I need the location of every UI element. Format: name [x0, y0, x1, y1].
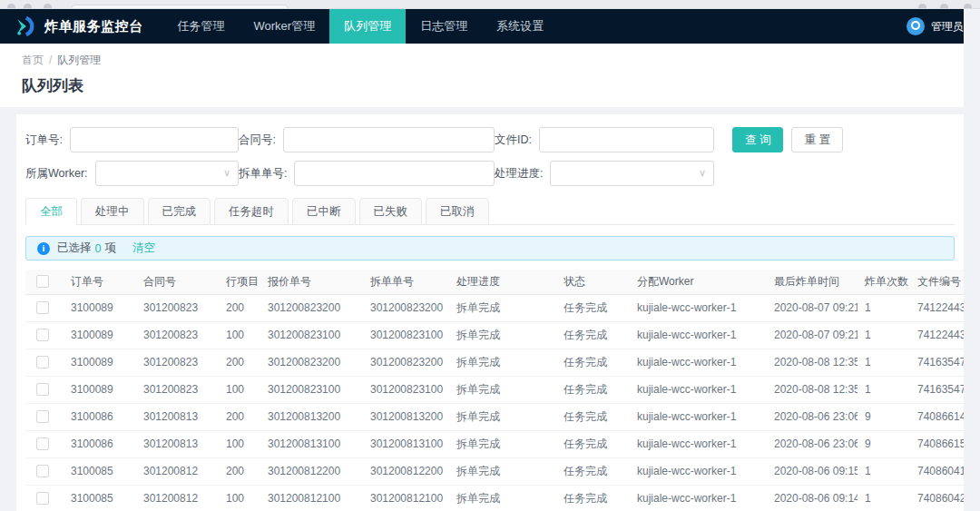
cell-处理进度: 拆单完成: [449, 321, 556, 349]
tab-0[interactable]: 全部: [25, 198, 77, 225]
cell-订单号: 3100089: [64, 349, 136, 376]
row-checkbox[interactable]: [36, 356, 49, 369]
browser-chrome-strip: [0, 0, 980, 9]
cell-订单号: 3100085: [64, 457, 136, 485]
split-order-no-input[interactable]: [294, 161, 495, 186]
cell-状态: 任务完成: [556, 321, 630, 349]
worker-select[interactable]: [95, 161, 239, 186]
cell-文件编号: 7408661496835604: [910, 403, 964, 430]
app-title: 炸单服务监控台: [44, 18, 143, 35]
table-row: 3100085301200812100301200812100301200812…: [25, 485, 964, 511]
cell-分配Worker: kujiale-wcc-worker-1: [630, 349, 767, 376]
cell-拆单单号: 301200813100: [363, 430, 449, 457]
cell-炸单次数: 1: [858, 485, 910, 511]
tab-3[interactable]: 任务超时: [214, 198, 289, 225]
selection-count: 0: [95, 242, 102, 255]
table-header-row: 订单号合同号行项目报价单号拆单单号处理进度状态分配Worker最后炸单时间炸单次…: [25, 270, 964, 294]
row-checkbox[interactable]: [36, 492, 49, 505]
user-name[interactable]: 管理员: [931, 19, 964, 34]
row-checkbox[interactable]: [36, 329, 49, 341]
cell-文件编号: 7408604206669496: [910, 485, 964, 511]
nav-item-2[interactable]: 队列管理: [329, 9, 406, 44]
select-all-checkbox[interactable]: [36, 275, 49, 288]
cell-状态: 任务完成: [556, 430, 630, 457]
cell-订单号: 3100086: [64, 430, 136, 457]
cell-报价单号: 301200823100: [260, 321, 363, 349]
progress-select[interactable]: [550, 161, 714, 186]
table-row: 3100089301200823100301200823100301200823…: [25, 321, 964, 349]
file-id-label: 文件ID:: [495, 133, 532, 148]
cell-状态: 任务完成: [556, 294, 630, 321]
cell-处理进度: 拆单完成: [449, 403, 556, 430]
row-checkbox[interactable]: [36, 465, 49, 477]
cell-订单号: 3100085: [64, 485, 136, 511]
brand: 炸单服务监控台: [15, 9, 143, 44]
column-header-4: 拆单单号: [363, 270, 449, 294]
tab-1[interactable]: 处理中: [81, 198, 144, 225]
table-row: 3100089301200823200301200823200301200823…: [25, 349, 964, 376]
cell-炸单次数: 1: [858, 376, 910, 403]
cell-状态: 任务完成: [556, 376, 630, 403]
browser-forward-icon[interactable]: [24, 4, 32, 9]
cell-最后炸单时间: 2020-08-07 09:21: [767, 321, 858, 349]
cell-行项目: 100: [219, 485, 260, 511]
contract-no-label: 合同号:: [239, 133, 276, 148]
row-checkbox[interactable]: [36, 301, 49, 314]
column-header-1: 合同号: [136, 270, 219, 294]
tab-2[interactable]: 已完成: [148, 198, 211, 225]
breadcrumb-home[interactable]: 首页: [22, 54, 44, 66]
cell-分配Worker: kujiale-wcc-worker-1: [630, 430, 767, 457]
filter-row-1: 订单号: 合同号: 文件ID: 查 询 重 置: [25, 127, 955, 152]
cell-拆单单号: 301200823200: [363, 294, 449, 321]
row-checkbox[interactable]: [36, 383, 49, 396]
cell-状态: 任务完成: [556, 403, 630, 430]
cell-处理进度: 拆单完成: [449, 430, 556, 457]
admin-avatar[interactable]: [906, 17, 925, 35]
column-header-7: 分配Worker: [630, 270, 767, 294]
row-checkbox[interactable]: [36, 410, 49, 423]
status-tabs: 全部处理中已完成任务超时已中断已失败已取消: [25, 197, 955, 225]
table-row: 3100086301200813100301200813100301200813…: [25, 430, 964, 457]
browser-bookmark-icon[interactable]: [940, 4, 948, 9]
tab-4[interactable]: 已中断: [292, 198, 356, 225]
nav-item-3[interactable]: 日志管理: [406, 9, 482, 44]
browser-extension-icon[interactable]: [918, 4, 926, 9]
tab-6[interactable]: 已取消: [426, 198, 489, 225]
cell-拆单单号: 301200823100: [363, 376, 449, 403]
tab-5[interactable]: 已失败: [359, 198, 423, 225]
browser-back-icon[interactable]: [7, 4, 15, 9]
reset-button[interactable]: 重 置: [791, 127, 842, 152]
cell-文件编号: 7412244389759549: [910, 321, 964, 349]
nav-item-4[interactable]: 系统设置: [482, 9, 558, 44]
nav-item-1[interactable]: Worker管理: [240, 9, 330, 44]
browser-address-bar[interactable]: [71, 5, 289, 9]
column-header-9: 炸单次数: [858, 270, 910, 294]
cell-处理进度: 拆单完成: [449, 457, 556, 485]
cell-处理进度: 拆单完成: [449, 294, 556, 321]
filter-row-2: 所属Worker: ∨ 拆单单号: 处理进度: ∨: [25, 161, 955, 186]
cell-行项目: 200: [219, 403, 260, 430]
cell-文件编号: 7408661535255429: [910, 430, 964, 457]
clear-selection-link[interactable]: 清空: [132, 241, 155, 256]
nav-item-0[interactable]: 任务管理: [163, 9, 240, 44]
cell-炸单次数: 1: [858, 321, 910, 349]
cell-最后炸单时间: 2020-08-08 12:35: [767, 376, 858, 403]
selection-prefix: 已选择: [57, 241, 92, 256]
browser-refresh-icon[interactable]: [44, 4, 52, 9]
cell-合同号: 301200823: [136, 294, 219, 321]
breadcrumb: 首页/队列管理: [22, 53, 958, 68]
search-button[interactable]: 查 询: [732, 127, 783, 152]
order-no-input[interactable]: [70, 127, 239, 152]
file-id-input[interactable]: [539, 127, 714, 152]
cell-最后炸单时间: 2020-08-08 12:35: [767, 349, 858, 376]
contract-no-input[interactable]: [283, 127, 495, 152]
cell-订单号: 3100089: [64, 321, 136, 349]
top-navbar: 炸单服务监控台 任务管理Worker管理队列管理日志管理系统设置 管理员: [0, 9, 980, 44]
row-checkbox[interactable]: [36, 437, 49, 450]
cell-合同号: 301200812: [136, 457, 219, 485]
cell-处理进度: 拆单完成: [449, 376, 556, 403]
cell-拆单单号: 301200812200: [363, 457, 449, 485]
queue-table: 订单号合同号行项目报价单号拆单单号处理进度状态分配Worker最后炸单时间炸单次…: [25, 270, 955, 511]
cell-合同号: 301200813: [136, 430, 219, 457]
worker-label: 所属Worker:: [25, 166, 88, 182]
